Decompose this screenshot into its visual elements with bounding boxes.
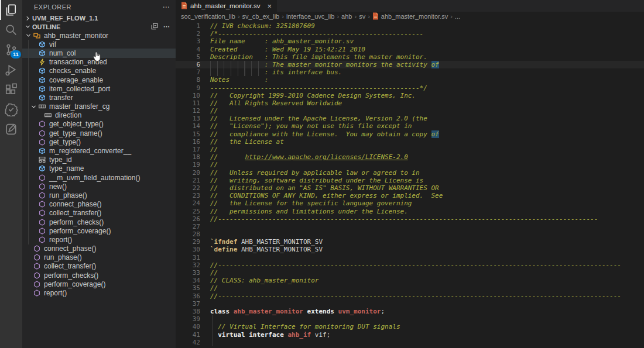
code-line-11[interactable]: 11// All Rights Reserved Worldwide: [176, 99, 644, 107]
activitybar-search[interactable]: [0, 20, 22, 40]
code-line-2[interactable]: 2/*-------------------------------------…: [176, 30, 644, 37]
line-number[interactable]: 39: [176, 315, 205, 323]
code-line-33[interactable]: 33//: [176, 269, 644, 277]
code-line-38[interactable]: 38class ahb_master_monitor extends uvm_m…: [176, 308, 644, 315]
code-line-23[interactable]: 23// CONDITIONS OF ANY KIND, either expr…: [176, 192, 644, 199]
code-line-30[interactable]: 30`define AHB_MASTER_MONITOR_SV: [176, 246, 644, 253]
code-line-16[interactable]: 16// the License at: [176, 138, 644, 146]
outline-item-m_registered_converter__[interactable]: m_registered_converter__: [22, 146, 176, 155]
line-number[interactable]: 9: [176, 84, 205, 92]
section-header-outline[interactable]: OUTLINE⋯: [22, 22, 176, 31]
outline-item-new[interactable]: new(): [22, 182, 176, 191]
outline-item-direction[interactable]: direction: [22, 111, 176, 120]
breadcrumb-item-soc_verification_lib[interactable]: soc_verification_lib: [181, 13, 235, 20]
outline-item-report[interactable]: report(): [22, 288, 176, 297]
code-editor[interactable]: 1// IVB checksum: 32518076092/*---------…: [176, 22, 644, 348]
outline-item-num_col[interactable]: num_col: [22, 49, 176, 57]
line-number[interactable]: 3: [176, 37, 205, 45]
line-number[interactable]: 10: [176, 92, 205, 99]
code-line-1[interactable]: 1// IVB checksum: 3251807609: [176, 22, 644, 30]
code-line-36[interactable]: 36//------------------------------------…: [176, 292, 644, 300]
code-line-40[interactable]: 40 // Virtual Interface for monitoring D…: [176, 323, 644, 330]
code-line-20[interactable]: 20// Unless required by applicable law o…: [176, 169, 644, 177]
outline-item-vif[interactable]: vif: [22, 40, 176, 49]
code-line-24[interactable]: 24// the License for the specific langua…: [176, 199, 644, 207]
breadcrumb-item-sv_cb_ex_lib[interactable]: sv_cb_ex_lib: [242, 13, 280, 20]
outline-item-ahb_master_monitor[interactable]: ahb_master_monitor: [22, 31, 176, 40]
outline-item-transaction_ended[interactable]: transaction_ended: [22, 58, 176, 67]
activitybar-run-debug[interactable]: [0, 60, 22, 80]
breadcrumb-item-ahb_master_monitor.sv[interactable]: ahb_master_monitor.sv: [372, 12, 448, 21]
line-number[interactable]: 41: [176, 331, 205, 339]
breadcrumb-item-sv[interactable]: sv: [359, 13, 365, 20]
code-line-8[interactable]: 8Notes :: [176, 76, 644, 84]
line-number[interactable]: 18: [176, 153, 205, 161]
code-line-22[interactable]: 22// distributed on an "AS IS" BASIS, WI…: [176, 184, 644, 192]
line-number[interactable]: 21: [176, 177, 205, 184]
section-header-uvm_ref_flow_1.1[interactable]: UVM_REF_FLOW_1.1: [22, 14, 176, 22]
code-line-31[interactable]: 31: [176, 254, 644, 261]
line-number[interactable]: 13: [176, 115, 205, 122]
code-line-4[interactable]: 4Created : Wed May 19 15:42:21 2010: [176, 46, 644, 53]
outline-item-collect_transfer[interactable]: collect_transfer(): [22, 209, 176, 218]
breadcrumb-item-...[interactable]: ...: [455, 13, 460, 20]
outline-item-__m_uvm_field_automation[interactable]: __m_uvm_field_automation(): [22, 173, 176, 182]
more-icon[interactable]: ⋯: [163, 23, 170, 30]
code-line-5[interactable]: 5Description : This file implements the …: [176, 53, 644, 61]
line-number[interactable]: 30: [176, 246, 205, 253]
outline-item-get_type[interactable]: get_type(): [22, 137, 176, 146]
code-line-17[interactable]: 17//: [176, 146, 644, 153]
code-line-15[interactable]: 15// compliance with the License. You ma…: [176, 130, 644, 138]
line-number[interactable]: 12: [176, 107, 205, 115]
activitybar-explorer[interactable]: [0, 0, 22, 20]
outline-item-report[interactable]: report(): [22, 235, 176, 244]
sidebar-more-icon[interactable]: ⋯: [163, 3, 170, 11]
code-line-34[interactable]: 34// CLASS: ahb_master_monitor: [176, 277, 644, 284]
line-number[interactable]: 28: [176, 230, 205, 238]
line-number[interactable]: 1: [176, 22, 205, 30]
code-line-7[interactable]: 7 : its interface bus.: [176, 68, 644, 76]
line-number[interactable]: 6: [176, 61, 205, 68]
code-line-32[interactable]: 32//------------------------------------…: [176, 261, 644, 269]
line-number[interactable]: 36: [176, 292, 205, 300]
code-line-18[interactable]: 18// http://www.apache.org/licenses/LICE…: [176, 153, 644, 161]
outline-item-get_type_name[interactable]: get_type_name(): [22, 129, 176, 137]
activitybar-testing[interactable]: [0, 99, 22, 119]
line-number[interactable]: 38: [176, 308, 205, 315]
line-number[interactable]: 31: [176, 254, 205, 261]
outline-item-perform_coverage[interactable]: perform_coverage(): [22, 280, 176, 288]
line-number[interactable]: 16: [176, 138, 205, 146]
outline-item-perform_coverage[interactable]: perform_coverage(): [22, 226, 176, 235]
outline-item-master_transfer_cg[interactable]: master_transfer_cg: [22, 102, 176, 111]
code-line-35[interactable]: 35//: [176, 284, 644, 292]
line-number[interactable]: 25: [176, 208, 205, 215]
breadcrumb-item-interface_uvc_lib[interactable]: interface_uvc_lib: [286, 13, 335, 20]
code-line-26[interactable]: 26//------------------------------------…: [176, 215, 644, 223]
line-number[interactable]: 14: [176, 122, 205, 130]
line-number[interactable]: 26: [176, 215, 205, 223]
code-line-25[interactable]: 25// permissions and limitations under t…: [176, 208, 644, 215]
line-number[interactable]: 11: [176, 99, 205, 107]
code-line-37[interactable]: 37: [176, 300, 644, 308]
line-number[interactable]: 20: [176, 169, 205, 177]
code-line-14[interactable]: 14// "License"); you may not use this fi…: [176, 122, 644, 130]
line-number[interactable]: 4: [176, 46, 205, 53]
code-line-19[interactable]: 19//: [176, 161, 644, 168]
line-number[interactable]: 19: [176, 161, 205, 168]
outline-item-type_id[interactable]: type_id: [22, 156, 176, 164]
code-line-28[interactable]: 28: [176, 230, 644, 238]
code-line-9[interactable]: 9---------------------------------------…: [176, 84, 644, 92]
outline-item-perform_checks[interactable]: perform_checks(): [22, 271, 176, 280]
line-number[interactable]: 17: [176, 146, 205, 153]
outline-item-collect_transfer[interactable]: collect_transfer(): [22, 262, 176, 271]
code-line-6[interactable]: 6 : The master monitor monitors the acti…: [176, 61, 644, 68]
line-number[interactable]: 15: [176, 130, 205, 138]
code-line-21[interactable]: 21// writing, software distributed under…: [176, 177, 644, 184]
outline-item-perform_checks[interactable]: perform_checks(): [22, 218, 176, 226]
tab-close-icon[interactable]: ×: [268, 2, 272, 10]
line-number[interactable]: 23: [176, 192, 205, 199]
code-line-29[interactable]: 29`ifndef AHB_MASTER_MONITOR_SV: [176, 238, 644, 246]
activitybar-extensions[interactable]: [0, 80, 22, 99]
code-line-41[interactable]: 41 virtual interface ahb_if vif;: [176, 331, 644, 339]
line-number[interactable]: 29: [176, 238, 205, 246]
